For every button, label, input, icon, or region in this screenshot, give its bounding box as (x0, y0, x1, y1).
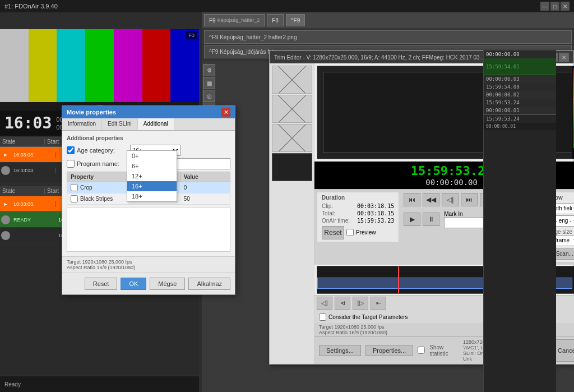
reset-dialog-btn[interactable]: Reset (85, 278, 118, 290)
mark-in-input[interactable]: 00:00:00.00 (444, 217, 489, 228)
go-start-button[interactable]: ⏮ (404, 193, 420, 206)
dropdown-6plus[interactable]: 6+ (127, 161, 177, 171)
show-statistic-checkbox[interactable] (418, 347, 425, 354)
reset-button[interactable]: Reset (322, 226, 344, 239)
dropdown-12plus[interactable]: 12+ (127, 171, 177, 181)
fkey-area: F9 Képújság_háttér_2 F8 ^F9 (202, 12, 574, 28)
mark-in-btn[interactable]: ◁] (317, 297, 332, 310)
play-button[interactable]: ▶ (404, 213, 420, 226)
mark-out-btn[interactable]: [▷ (353, 297, 368, 310)
thumb-x-2 (272, 95, 312, 122)
audio-meter: 0.0 LRA (572, 66, 574, 159)
preview-checkbox[interactable] (346, 229, 354, 236)
crop-checkbox[interactable] (71, 184, 78, 191)
side-btn-3[interactable]: ◎ (203, 90, 215, 102)
normal-icon (1, 231, 10, 240)
dropdown-16plus[interactable]: 16+ (127, 181, 177, 191)
vert-time-6: 00:00:00.01 (484, 107, 556, 114)
col-header-state: State (0, 139, 45, 145)
timeline-playhead (398, 266, 399, 293)
f9-alt-button[interactable]: ^F9 (286, 14, 305, 26)
age-category-checkbox[interactable] (67, 146, 75, 154)
tab-edit-slini[interactable]: Edit SLIni (102, 118, 138, 130)
ready-state: READY (11, 217, 56, 223)
f9-key-label: F9 (209, 17, 216, 24)
close-button[interactable]: ✕ (561, 2, 570, 11)
right-panel: F9 Képújság_háttér_2 F8 ^F9 ^F9 Képújság… (202, 12, 574, 392)
apply-dialog-btn[interactable]: Alkalmaz (188, 278, 230, 290)
vert-time-2: 00:00:00.03 (484, 75, 556, 83)
dropdown-0plus[interactable]: 0+ (127, 151, 177, 161)
onair-row: OnAir time: 15:59:53.23 (322, 218, 394, 224)
file-tab-1[interactable]: ^F9 Képújság_háttér_2 hatter2.png (204, 30, 572, 44)
dialog-aspect-text: Aspect Ratio 16/9 (1920/1080) (67, 265, 230, 270)
trim-title: Trim Editor - V: 1280x720x25.000, 16/9; … (274, 54, 486, 61)
cancel-dialog-btn[interactable]: Mégse (150, 278, 185, 290)
go-end-button[interactable]: ⏭ (461, 193, 478, 206)
minimize-button[interactable]: — (540, 2, 549, 11)
preview-label: Preview (356, 229, 376, 236)
active-state: 16:03:03. (11, 201, 56, 207)
show-statistic-label: Show statistic (429, 344, 459, 357)
consider-target-label: Consider the Target Parameters (328, 314, 408, 320)
f8-key-label: F8 (272, 17, 279, 24)
side-btn-1[interactable]: ⚙ (203, 64, 215, 76)
step-back-button[interactable]: ◀◀ (423, 193, 439, 206)
settings-btn[interactable]: Settings... (319, 345, 361, 356)
pause-button[interactable]: ⏸ (423, 213, 439, 226)
mark-in-label: Mark In (444, 211, 489, 217)
row-icon-2 (1, 166, 10, 175)
additional-props-title: Additional properties (67, 135, 230, 141)
thumb-x-3 (272, 124, 312, 151)
f9-alt-label: ^F9 (291, 17, 300, 24)
col-state-2: State (0, 188, 45, 194)
trim-close[interactable]: ✕ (559, 53, 569, 62)
total-label: Total: (322, 210, 353, 216)
thumb-1 (272, 66, 312, 94)
dialog-title-bar: Movie properties ✕ (62, 106, 235, 118)
row-icon-active: ► (1, 150, 10, 159)
maximize-button[interactable]: □ (550, 2, 559, 11)
duration-panel: Duration Clip: 00:03:18.15 Total: 00:03:… (317, 192, 399, 242)
age-category-label: Age category: (77, 147, 130, 154)
mark-mid-btn[interactable]: ⊲ (335, 297, 350, 310)
black-stripes-checkbox[interactable] (71, 195, 78, 202)
thumb-4 (272, 153, 312, 181)
clip-value: 00:03:18.15 (357, 203, 394, 209)
app-title-bar: #1: FDOnAir 3.9.40 — □ ✕ (0, 0, 574, 12)
f8-button[interactable]: F8 (267, 14, 284, 26)
row-state: 16:03:03. (11, 152, 56, 158)
vert-time-4: 00:00:00.02 (484, 91, 556, 99)
side-btn-2[interactable]: ▦ (203, 77, 215, 89)
reset-preview-row: Reset Preview (322, 226, 394, 239)
thumb-x-1 (272, 66, 312, 93)
vert-time-5: 15:59:53.24 (484, 99, 556, 107)
onair-value: 15:59:53.23 (357, 218, 394, 224)
consider-target-checkbox[interactable] (319, 313, 326, 321)
clip-duration-row: Clip: 00:03:18.15 (322, 203, 394, 209)
crop-value: 0 (180, 182, 230, 193)
properties-btn[interactable]: Properties... (365, 345, 413, 356)
row-state-2: 16:03:03. (11, 168, 56, 173)
dialog-target-text: Target 1920x1080 25.000 fps (67, 259, 230, 265)
black-stripes-value: 50 (180, 193, 230, 205)
app-title: #1: FDOnAir 3.9.40 (4, 3, 58, 10)
dialog-close-btn[interactable]: ✕ (221, 108, 230, 117)
program-name-label: Program name: (77, 160, 130, 167)
mark-in-section: Mark In 00:00:00.00 (444, 211, 489, 228)
thumb-3 (272, 124, 312, 152)
ok-dialog-btn[interactable]: OK (121, 278, 146, 290)
tab-additional[interactable]: Additional (138, 118, 174, 130)
f9-button[interactable]: F9 Képújság_háttér_2 (204, 14, 265, 26)
go-mark-in-button[interactable]: ◁| (442, 193, 459, 206)
vert-time-1: 00:00:00.00 (484, 50, 556, 58)
onair-label: OnAir time: (322, 218, 353, 224)
tab-information[interactable]: Information (62, 118, 102, 130)
dropdown-18plus[interactable]: 18+ (127, 191, 177, 201)
status-text: Ready (4, 381, 21, 388)
empty-props-area (67, 207, 230, 252)
ready-icon (1, 215, 10, 224)
mark-all-btn[interactable]: ⇤ (371, 297, 386, 310)
dialog-buttons: Reset OK Mégse Alkalmaz (62, 273, 235, 294)
program-name-checkbox[interactable] (67, 160, 75, 168)
